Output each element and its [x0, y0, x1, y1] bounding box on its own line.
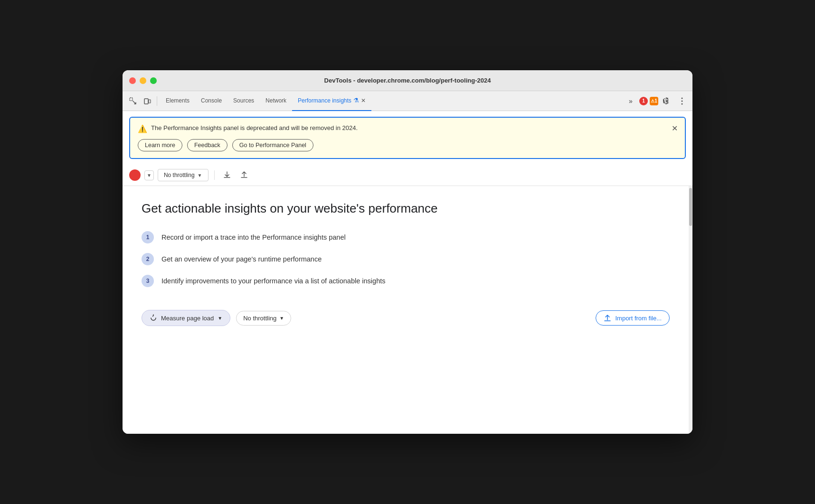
throttling-chevron-icon: ▼: [198, 173, 202, 178]
scrollbar-thumb[interactable]: [689, 188, 692, 226]
close-banner-button[interactable]: ✕: [669, 122, 680, 134]
feedback-button[interactable]: Feedback: [187, 139, 227, 151]
measure-chevron-icon: ▼: [218, 316, 222, 321]
import-from-file-button[interactable]: Import from file...: [596, 310, 670, 326]
step-item-1: 1 Record or import a trace into the Perf…: [142, 231, 670, 243]
error-count-badge: 1: [639, 97, 648, 105]
record-chevron-icon: ▼: [147, 173, 152, 178]
minimize-button[interactable]: [140, 77, 146, 84]
device-toolbar-button[interactable]: [141, 94, 154, 108]
learn-more-button[interactable]: Learn more: [138, 139, 182, 151]
tabs-bar: Elements Console Sources Network Perform…: [160, 91, 623, 111]
window-title: DevTools - developer.chrome.com/blog/per…: [324, 77, 491, 84]
bottom-throttle-chevron-icon: ▼: [279, 316, 284, 321]
error-badge: 1: [639, 97, 648, 105]
deprecation-action-buttons: Learn more Feedback Go to Performance Pa…: [138, 139, 677, 151]
main-content: Get actionable insights on your website'…: [123, 186, 689, 434]
steps-list: 1 Record or import a trace into the Perf…: [142, 231, 670, 287]
devtools-body: ⚠️ The Performance Insights panel is dep…: [123, 111, 692, 434]
record-dropdown-button[interactable]: ▼: [144, 170, 154, 180]
performance-insights-icon: ⚗: [353, 97, 359, 104]
svg-point-5: [682, 103, 683, 104]
warning-icon: ⚠️: [138, 124, 147, 133]
export-button[interactable]: [220, 168, 234, 182]
controls-divider: [214, 170, 215, 180]
devtools-window: DevTools - developer.chrome.com/blog/per…: [123, 70, 692, 434]
close-button[interactable]: [129, 77, 136, 84]
tab-sources[interactable]: Sources: [227, 91, 260, 111]
more-tabs-button[interactable]: »: [624, 94, 637, 108]
bottom-throttling-dropdown[interactable]: No throttling ▼: [236, 311, 291, 326]
step-number-1: 1: [142, 231, 154, 243]
inspect-element-button[interactable]: [126, 94, 140, 108]
content-area: Get actionable insights on your website'…: [123, 186, 692, 434]
tab-performance-insights[interactable]: Performance insights ⚗ ✕: [292, 91, 371, 111]
step-text-1: Record or import a trace into the Perfor…: [161, 233, 346, 241]
warning-count-badge: ⚠ 1: [650, 97, 658, 105]
deprecation-message: ⚠️ The Performance Insights panel is dep…: [138, 124, 677, 133]
toolbar-right: » 1 ⚠ 1: [624, 94, 689, 108]
scrollbar[interactable]: [689, 186, 692, 434]
maximize-button[interactable]: [150, 77, 157, 84]
step-item-3: 3 Identify improvements to your performa…: [142, 275, 670, 287]
deprecation-banner: ⚠️ The Performance Insights panel is dep…: [129, 117, 686, 159]
import-button[interactable]: [237, 168, 251, 182]
svg-rect-1: [144, 99, 148, 104]
main-heading: Get actionable insights on your website'…: [142, 201, 670, 216]
throttling-dropdown[interactable]: No throttling ▼: [158, 169, 208, 181]
step-item-2: 2 Get an overview of your page's runtime…: [142, 253, 670, 265]
step-text-3: Identify improvements to your performanc…: [161, 277, 385, 285]
more-options-button[interactable]: [675, 94, 689, 108]
titlebar: DevTools - developer.chrome.com/blog/per…: [123, 70, 692, 91]
go-to-performance-button[interactable]: Go to Performance Panel: [232, 139, 313, 151]
measure-page-load-button[interactable]: Measure page load ▼: [142, 310, 230, 326]
svg-rect-2: [149, 100, 151, 103]
step-number-3: 3: [142, 275, 154, 287]
tab-elements[interactable]: Elements: [160, 91, 195, 111]
record-button[interactable]: [129, 169, 141, 181]
titlebar-buttons: [129, 77, 157, 84]
bottom-controls: Measure page load ▼ No throttling ▼ Impo…: [142, 310, 670, 326]
toolbar-divider: [157, 96, 157, 106]
step-text-2: Get an overview of your page's runtime p…: [161, 255, 322, 263]
tab-console[interactable]: Console: [195, 91, 227, 111]
warning-badge: ⚠ 1: [650, 97, 658, 105]
devtools-toolbar: Elements Console Sources Network Perform…: [123, 91, 692, 111]
svg-point-4: [682, 100, 683, 102]
step-number-2: 2: [142, 253, 154, 265]
close-tab-button[interactable]: ✕: [359, 97, 366, 104]
svg-rect-0: [130, 98, 133, 101]
settings-button[interactable]: [660, 94, 673, 108]
controls-bar: ▼ No throttling ▼: [123, 165, 692, 186]
svg-point-3: [682, 97, 683, 99]
tab-network[interactable]: Network: [260, 91, 292, 111]
